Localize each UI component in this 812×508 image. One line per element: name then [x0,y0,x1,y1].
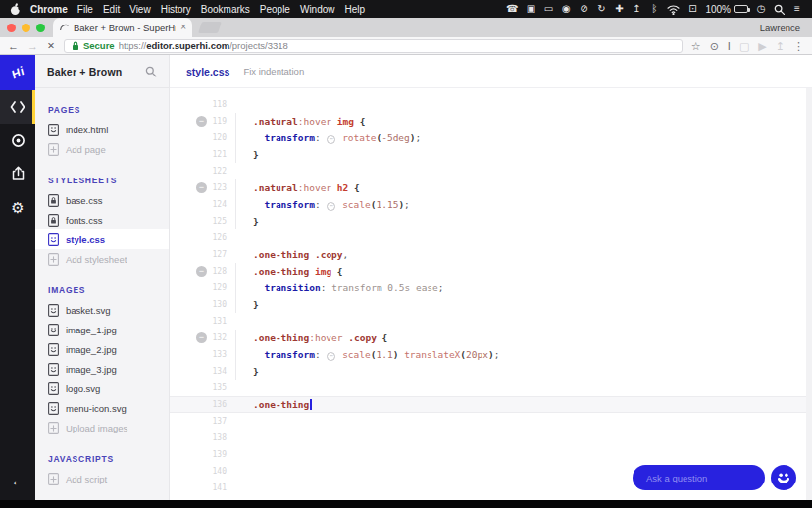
extension-play-icon[interactable]: ▶ [758,38,766,54]
gutter: 141 [170,480,253,496]
forward-button[interactable]: → [27,38,38,54]
menubar-item-view[interactable]: View [129,4,151,15]
notification-center-icon[interactable]: ≡ [792,0,802,18]
rail-item-code-editor[interactable] [0,90,35,124]
code-text: transform: − rotate(-5deg); [253,129,421,146]
code-line-130[interactable]: 130} [170,296,812,313]
browser-tab[interactable]: Baker + Brown - SuperHi × [53,18,192,37]
rail-item-preview[interactable] [0,124,35,157]
airplay-display-icon[interactable]: ⊡ [687,0,697,18]
code-line-129[interactable]: 129 transition: transform 0.5s ease; [170,279,812,296]
gutter: 131 [170,313,253,330]
file-item-fonts-css[interactable]: fonts.css [35,210,169,229]
extension-share-icon[interactable]: ↥ [776,38,785,54]
code-line-127[interactable]: 127.one-thing .copy, [170,246,812,263]
code-line-133[interactable]: 133 transform: − scale(1.1) translateX(2… [170,346,812,363]
file-item-logo-svg[interactable]: logo.svg [35,379,169,398]
clock-icon[interactable]: ◷ [756,0,766,18]
window-icon[interactable]: ▭ [543,0,553,18]
code-line-120[interactable]: 120 transform: − rotate(-5deg); [170,129,812,146]
rail-item-publish[interactable] [0,157,35,190]
file-item-add-page[interactable]: Add page [35,139,169,159]
menubar-item-chrome[interactable]: Chrome [30,4,68,15]
back-arrow-button[interactable]: ← [11,472,25,488]
browser-profile-name[interactable]: Lawrence [760,23,812,33]
menubar-item-history[interactable]: History [161,4,191,15]
menubar-item-bookmarks[interactable]: Bookmarks [201,4,250,15]
menubar-item-help[interactable]: Help [345,4,366,15]
code-line-136[interactable]: 136.one-thing [170,396,812,413]
ask-question-input[interactable]: Ask a question [633,465,765,490]
extension-circle-icon[interactable]: ⊙ [710,38,719,54]
browser-menu-icon[interactable]: ⋮ [793,38,804,54]
extension-box-icon[interactable]: ▢ [739,38,749,54]
code-line-123[interactable]: −123.natural:hover h2 { [170,179,812,196]
code-line-128[interactable]: −128.one-thing img { [170,263,812,279]
bluetooth-icon[interactable]: ᛒ [649,0,659,18]
code-line-132[interactable]: −132.one-thing:hover .copy { [170,330,812,346]
file-item-style-css[interactable]: style.css [35,229,169,249]
file-item-index-html[interactable]: index.html [35,120,169,139]
window-zoom-button[interactable] [36,24,45,32]
code-line-124[interactable]: 124 transform: − scale(1.15); [170,196,812,213]
code-line-131[interactable]: 131 [170,313,812,330]
window-minimize-button[interactable] [22,24,30,32]
sync-icon[interactable]: ↻ [596,0,606,18]
menubar-item-window[interactable]: Window [300,4,335,15]
help-smiley-button[interactable] [771,465,796,490]
do-not-disturb-icon[interactable]: ⊘ [579,0,588,18]
apple-menu-icon[interactable] [10,3,21,16]
bookmark-star-icon[interactable]: ☆ [691,38,701,54]
file-item-menu-icon-svg[interactable]: menu-icon.svg [35,398,169,418]
file-item-base-css[interactable]: base.css [35,190,169,210]
menubar-item-people[interactable]: People [260,4,290,15]
gutter: 121 [170,146,253,163]
file-item-upload-images[interactable]: Upload images [35,418,169,437]
menubar-item-file[interactable]: File [77,4,93,15]
file-item-image-1-jpg[interactable]: image_1.jpg [35,320,169,339]
file-item-image-3-jpg[interactable]: image_3.jpg [35,359,169,379]
extension-bar-icon[interactable]: I [728,38,731,54]
gutter: 139 [170,446,253,463]
code-line-134[interactable]: 134} [170,363,812,380]
new-tab-button[interactable] [198,22,222,33]
spotlight-search-icon[interactable] [774,4,785,15]
window-close-button[interactable] [7,24,16,32]
indent-guide [235,113,236,129]
code-line-118[interactable]: 118 [170,96,812,113]
file-item-add-script[interactable]: Add script [35,469,169,488]
gutter: 129 [170,279,253,296]
file-item-basket-svg[interactable]: basket.svg [35,300,169,320]
file-item-image-2-jpg[interactable]: image_2.jpg [35,339,169,359]
tab-close-icon[interactable]: × [180,23,186,32]
screen-capture-icon[interactable]: ▣ [526,0,535,18]
fix-indentation-button[interactable]: Fix indentation [243,66,304,76]
superhi-logo-mark: Hi [10,65,25,79]
code-line-125[interactable]: 125} [170,213,812,229]
code-line-137[interactable]: 137 [170,413,812,430]
gutter: 136 [170,396,253,413]
file-item-add-stylesheet[interactable]: Add stylesheet [35,249,169,269]
code-line-139[interactable]: 139 [170,446,812,463]
superhi-logo[interactable]: Hi [0,55,35,90]
address-bar[interactable]: Secure https://editor.superhi.com/projec… [64,39,683,53]
code-line-119[interactable]: −119.natural:hover img { [170,113,812,129]
code-line-121[interactable]: 121} [170,146,812,163]
code-line-138[interactable]: 138 [170,430,812,446]
code-line-126[interactable]: 126 [170,229,812,246]
code-line-122[interactable]: 122 [170,163,812,179]
code-line-135[interactable]: 135 [170,380,812,396]
stop-button[interactable]: ✕ [47,38,55,54]
back-button[interactable]: ← [8,38,19,54]
code-lines[interactable]: 118−119.natural:hover img {120 transform… [170,88,812,496]
droplet-icon[interactable]: ◉ [561,0,571,18]
search-icon[interactable] [145,66,157,77]
health-icon[interactable]: ✚ [614,0,624,18]
handoff-phone-icon[interactable]: ☎ [506,0,518,18]
wifi-icon[interactable] [667,4,680,15]
share-icon[interactable]: ↥ [632,0,641,18]
rail-item-settings[interactable]: ⚙ [0,190,35,224]
battery-indicator[interactable]: 100% [705,4,748,15]
code-text: .one-thing:hover .copy { [253,330,387,346]
menubar-item-edit[interactable]: Edit [103,4,120,15]
